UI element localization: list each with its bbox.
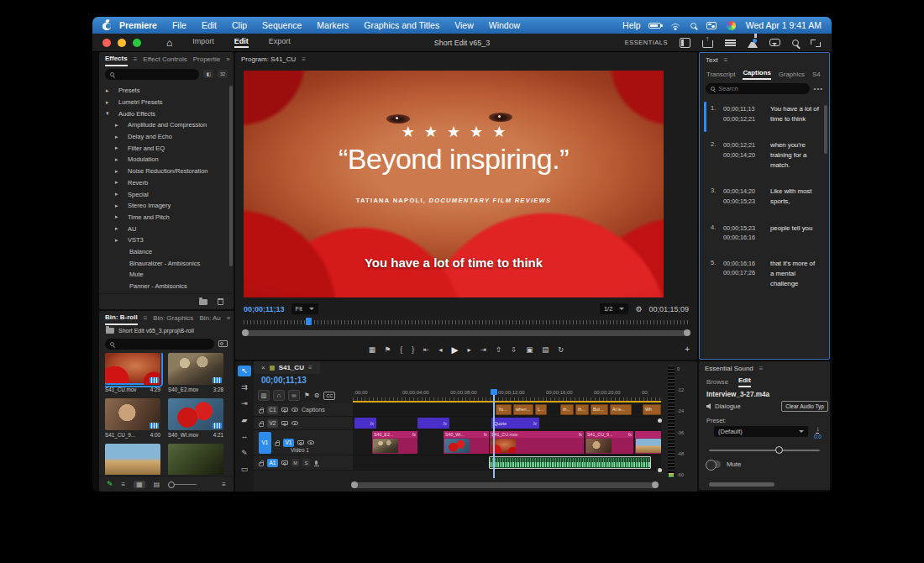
track-badge-a1[interactable]: A1 [267,459,278,467]
tab-graphics[interactable]: Graphics [779,71,805,78]
more-panels-icon[interactable]: » [227,314,230,322]
slip-tool[interactable]: ↔ [238,431,251,442]
disclosure-arrow-icon[interactable]: ▾ [106,110,112,117]
zoom-window-button[interactable] [133,39,141,47]
caption-row[interactable]: 2. 00;00;12;2100;00;14;20 when you're tr… [704,138,822,173]
track-badge-c1[interactable]: C1 [267,406,278,414]
track-select-forward-tool[interactable]: ⇉ [238,382,251,393]
bin-clip-partial[interactable] [168,444,223,475]
disclosure-arrow-icon[interactable]: ▸ [106,87,112,94]
audio-clip[interactable] [489,456,651,469]
sort-icon[interactable]: ≡ [222,481,226,488]
edit-in-progress-icon[interactable]: ✎ [107,480,113,488]
program-panel-menu-icon[interactable]: ≡ [302,55,306,63]
captions-more-options-icon[interactable]: ••• [814,85,823,92]
quick-export-icon[interactable] [702,40,713,48]
bin-filter-icon[interactable] [218,340,228,347]
caption-clip[interactable]: Wh [643,404,661,415]
clip-volume-slider[interactable] [709,450,820,451]
caption-timecodes[interactable]: 00;00;15;2300;00;16;16 [723,224,765,243]
effects-tree-item[interactable]: Panner - Ambisonics [99,281,228,292]
clear-audio-type-button[interactable]: Clear Audio Typ [781,401,828,412]
effects-tree-item[interactable]: ▸ Stereo Imagery [99,200,228,212]
caption-clip[interactable]: th... [560,404,574,415]
tab-bin-broll[interactable]: Bin: B-roll [105,311,138,325]
work-area-bar[interactable] [353,401,661,403]
timeline-current-timecode[interactable]: 00;00;11;13 [261,376,307,385]
caption-clip[interactable]: At le... [610,404,632,415]
disclosure-arrow-icon[interactable]: ▸ [115,225,121,232]
play-icon[interactable]: ▶ [451,345,458,355]
apple-menu-icon[interactable] [102,21,108,30]
effects-tree-item[interactable]: ▸ Modulation [99,154,228,166]
timeline-playhead[interactable] [493,389,495,478]
close-sequence-icon[interactable]: × [261,364,265,371]
disclosure-arrow-icon[interactable]: ▸ [115,156,121,163]
disclosure-arrow-icon[interactable]: ▸ [115,213,121,220]
caption-clip[interactable]: But... [591,404,608,415]
caption-clip[interactable]: when... [513,404,533,415]
tab-edit[interactable]: Edit [738,376,751,387]
sequence-tab[interactable]: × S41_CU ≡ [254,361,320,374]
program-playhead[interactable] [306,318,312,325]
timeline-vertical-scrollbar[interactable] [658,418,662,472]
bin-search-input[interactable] [105,339,214,350]
tab-transcript[interactable]: Transcript [706,71,735,78]
solo-track-button[interactable]: S [302,459,310,466]
lock-icon[interactable] [259,423,264,427]
program-zoom-scrollbar[interactable] [244,330,689,336]
header-nav-item[interactable]: Export [269,37,291,48]
effects-tree-item[interactable]: ▸ Amplitude and Compression [99,119,228,131]
caption-text[interactable]: You have a lot of time to think [770,104,820,124]
captions-badge[interactable]: CC [323,392,335,400]
zoom-fit-dropdown[interactable]: Fit [291,303,318,314]
graphic-clip[interactable]: fx [417,418,449,429]
captions-search-input[interactable] [706,83,810,94]
effects-scrollbar[interactable] [229,86,233,266]
menu-item[interactable]: Sequence [255,20,309,30]
caption-text[interactable]: when you're training for a match. [770,140,820,171]
mark-out-icon[interactable]: } [412,345,414,354]
track-badge-v2[interactable]: V2 [267,419,278,428]
disclosure-arrow-icon[interactable]: ▸ [115,168,121,175]
tab-effect-controls[interactable]: Effect Controls [143,53,186,66]
navigate-up-icon[interactable] [106,328,114,334]
lock-icon[interactable] [275,442,280,446]
menu-item[interactable]: Clip [224,20,255,30]
minimize-window-button[interactable] [118,39,126,47]
caption-clip[interactable]: L... [535,404,547,415]
lock-icon[interactable] [259,462,264,466]
program-current-timecode[interactable]: 00;00;11;13 [244,305,285,313]
color-app-icon[interactable] [727,21,736,30]
thumbnail-zoom-slider[interactable] [168,484,197,485]
icon-view-icon[interactable]: ▦ [134,481,145,488]
caption-text[interactable]: Like with most sports, [770,187,820,207]
menu-item[interactable]: Window [481,20,528,30]
menubar-clock[interactable]: Wed Apr 1 9:41 AM [746,20,822,30]
graphic-clip[interactable]: Quotefx [491,418,539,429]
snap-icon[interactable]: ∩ [273,390,285,401]
home-button[interactable]: ⌂ [166,37,172,49]
header-nav-item[interactable]: Import [192,37,214,48]
sync-lock-icon[interactable] [297,440,304,445]
caption-clip[interactable]: Yo... [496,404,512,415]
timeline-ruler[interactable]: ;00;00 00;00;04;00 00;00;08;00 00;00;12;… [353,389,661,402]
source-patch-v1[interactable]: V1 [259,432,271,454]
effects-tree-item[interactable]: ▸ Presets [99,85,228,97]
tab-effects[interactable]: Effects [105,52,128,66]
track-output-eye-icon[interactable] [291,408,298,412]
extract-icon[interactable]: ⇩ [511,345,517,354]
list-view-icon[interactable]: ≡ [122,481,126,488]
effects-tree-item[interactable]: ▸ Noise Reduction/Restoration [99,166,228,177]
tab-bin-graphics[interactable]: Bin: Graphics [153,312,193,324]
effects-tree-item[interactable]: ▸ Lumetri Presets [99,97,228,108]
spotlight-search-icon[interactable] [690,23,696,29]
track-output-eye-icon[interactable] [291,421,298,425]
disclosure-arrow-icon[interactable]: ▸ [115,122,121,129]
step-back-icon[interactable]: ◂ [438,345,442,354]
tab-captions[interactable]: Captions [743,69,770,80]
workspaces-icon[interactable] [680,38,690,48]
go-to-out-icon[interactable]: ⇥ [480,345,486,354]
add-marker-icon[interactable]: ⚑ [304,392,310,399]
timeline-settings-icon[interactable]: ⚙ [314,392,320,399]
